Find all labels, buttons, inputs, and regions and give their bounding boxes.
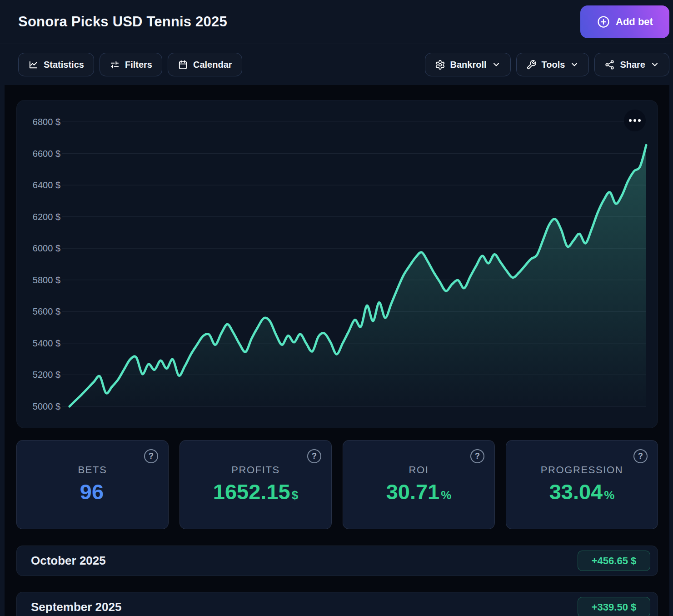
stat-label: BETS — [78, 464, 107, 476]
bankroll-label: Bankroll — [450, 60, 487, 70]
help-icon[interactable]: ? — [144, 449, 158, 463]
calendar-label: Calendar — [193, 60, 232, 70]
month-profit-badge: +339.50 $ — [578, 597, 650, 616]
ellipsis-icon — [638, 119, 641, 122]
page-title: Sonora Picks USD Tennis 2025 — [18, 14, 227, 30]
month-row-october[interactable]: October 2025 +456.65 $ — [16, 546, 658, 576]
calendar-icon — [178, 60, 188, 70]
chevron-down-icon — [570, 60, 579, 69]
stat-value: 33.04% — [549, 479, 615, 504]
month-label: October 2025 — [31, 554, 106, 568]
toolbar-left-group: Statistics Filters Calendar — [18, 53, 242, 76]
bankroll-line-chart — [17, 100, 658, 428]
share-label: Share — [620, 60, 645, 70]
toolbar-right-group: Bankroll Tools Share — [425, 53, 669, 76]
month-label: September 2025 — [31, 600, 121, 614]
stat-card-profits: ? PROFITS 1652.15$ — [179, 440, 332, 529]
help-icon[interactable]: ? — [633, 449, 648, 463]
ellipsis-icon — [633, 119, 636, 122]
stat-value: 1652.15$ — [213, 479, 298, 504]
stat-value: 30.71% — [386, 479, 452, 504]
month-row-september[interactable]: September 2025 +339.50 $ — [16, 592, 658, 616]
chevron-down-icon — [492, 60, 501, 69]
share-icon — [604, 60, 615, 70]
help-icon[interactable]: ? — [470, 449, 484, 463]
statistics-label: Statistics — [44, 60, 84, 70]
chevron-down-icon — [650, 60, 659, 69]
bankroll-dropdown[interactable]: Bankroll — [425, 53, 511, 76]
stats-cards: ? BETS 96 ? PROFITS 1652.15$ ? ROI 30.71… — [16, 440, 658, 529]
filters-button[interactable]: Filters — [100, 53, 162, 76]
stat-label: PROGRESSION — [541, 464, 623, 476]
chart-more-button[interactable] — [624, 110, 646, 131]
help-icon[interactable]: ? — [307, 449, 321, 463]
month-list: October 2025 +456.65 $ September 2025 +3… — [16, 546, 658, 616]
add-bet-button[interactable]: Add bet — [580, 5, 669, 38]
stat-card-progression: ? PROGRESSION 33.04% — [506, 440, 658, 529]
wrench-icon — [526, 60, 537, 70]
stat-value: 96 — [80, 479, 105, 504]
stat-card-bets: ? BETS 96 — [16, 440, 169, 529]
calendar-button[interactable]: Calendar — [168, 53, 242, 76]
share-dropdown[interactable]: Share — [594, 53, 669, 76]
ellipsis-icon — [629, 119, 632, 122]
tools-dropdown[interactable]: Tools — [516, 53, 589, 76]
filters-label: Filters — [125, 60, 152, 70]
sliders-icon — [110, 60, 120, 70]
statistics-button[interactable]: Statistics — [18, 53, 94, 76]
stat-card-roi: ? ROI 30.71% — [343, 440, 495, 529]
gear-icon — [435, 60, 445, 70]
bankroll-chart-panel: 6800 $6600 $6400 $6200 $6000 $5800 $5600… — [16, 100, 658, 428]
header: Sonora Picks USD Tennis 2025 Add bet — [0, 0, 673, 44]
main-content: 6800 $6600 $6400 $6200 $6000 $5800 $5600… — [5, 85, 669, 616]
add-bet-label: Add bet — [616, 16, 653, 28]
toolbar: Statistics Filters Calendar Bankroll — [0, 44, 673, 85]
stat-label: ROI — [409, 464, 429, 476]
chart-line-icon — [28, 60, 39, 70]
month-profit-badge: +456.65 $ — [578, 551, 650, 571]
plus-circle-icon — [597, 15, 610, 29]
stat-label: PROFITS — [231, 464, 280, 476]
tools-label: Tools — [542, 60, 565, 70]
